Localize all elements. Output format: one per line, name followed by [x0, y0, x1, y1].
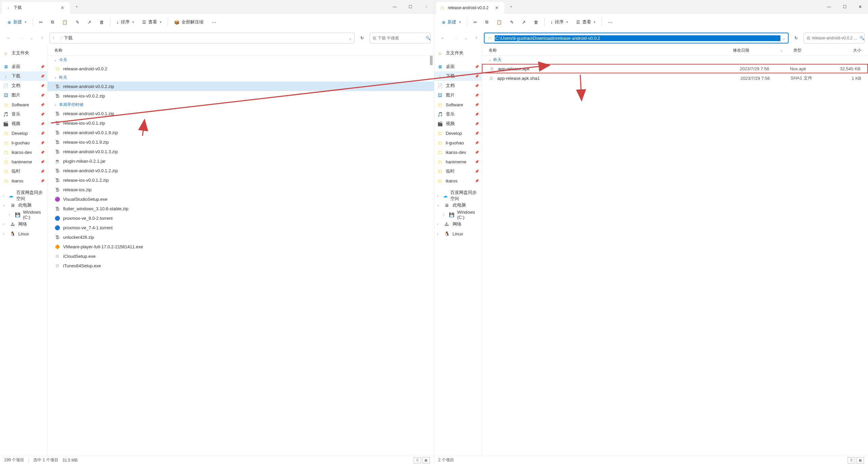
search-box[interactable]: 🔍 [370, 33, 431, 43]
forward-button[interactable]: → [451, 33, 461, 43]
breadcrumb[interactable]: 下载 [64, 35, 347, 41]
file-row[interactable]: ⚙ iCloudSetup.exe [48, 251, 434, 261]
sidebar-item[interactable]: 🗀 hanimeme 📌 [0, 157, 47, 166]
chevron-icon[interactable]: › [3, 232, 7, 235]
sidebar-section[interactable]: › 💾 Windows (C:) [0, 210, 47, 219]
cut-button[interactable]: ✂ [36, 16, 46, 28]
sidebar-item[interactable]: 🗀 ikaros-dev 📌 [434, 147, 482, 157]
delete-button[interactable]: 🗑 [530, 16, 542, 28]
copy-button[interactable]: ⧉ [48, 16, 57, 28]
file-row[interactable]: 🗜 release-ios-v0.0.1.zip [48, 118, 434, 128]
group-header[interactable]: ⌄ 本周早些时候 [48, 101, 434, 109]
sidebar-section[interactable]: › ☁ 百度网盘同步空间 [0, 191, 47, 200]
file-row[interactable]: ☕ plugin-mikan-0.2.1.jar [48, 156, 434, 166]
sidebar-item[interactable]: 🖥 桌面 📌 [0, 62, 47, 71]
search-input[interactable] [807, 36, 857, 40]
share-button[interactable]: ↗ [518, 16, 529, 28]
sort-indicator[interactable]: ⌄ [780, 49, 793, 52]
file-row[interactable]: 🗎 app-release.apk2023/7/29 7:56 Nox.apk … [482, 64, 868, 73]
new-button[interactable]: ⊕ 新建 ▾ [4, 16, 30, 28]
file-row[interactable]: 🗜 release-android-v0.0.1.2.zip [48, 166, 434, 175]
sidebar-item[interactable]: 📄 文档 📌 [0, 81, 47, 90]
file-row[interactable]: 🔵 proxmox-ve_8.0-2.torrent [48, 213, 434, 223]
paste-button[interactable]: 📋 [59, 16, 71, 28]
sidebar-item[interactable]: 🗀 临时 📌 [434, 166, 482, 176]
new-button[interactable]: ⊕ 新建 ▾ [438, 16, 464, 28]
chevron-icon[interactable]: ⌄ [437, 203, 441, 207]
copy-button[interactable]: ⧉ [482, 16, 492, 28]
chevron-icon[interactable]: › [3, 222, 7, 226]
back-button[interactable]: ← [438, 33, 449, 43]
file-row[interactable]: 🔵 proxmox-ve_7.4-1.torrent [48, 223, 434, 232]
file-row[interactable]: 🗜 flutter_windows_3.10.6-stable.zip [48, 204, 434, 213]
chevron-icon[interactable]: › [443, 213, 447, 216]
sidebar-item[interactable]: 🎬 视频 📌 [0, 119, 47, 128]
rename-button[interactable]: ✎ [507, 16, 517, 28]
sidebar-home[interactable]: ⌂ 主文件夹 [0, 48, 47, 58]
cut-button[interactable]: ✂ [470, 16, 480, 28]
search-icon[interactable]: 🔍 [426, 36, 431, 40]
maximize-button[interactable]: ☐ [403, 0, 418, 14]
chevron-down-icon[interactable]: ⌄ [782, 36, 785, 40]
sidebar-section[interactable]: › 🖧 网络 [434, 219, 482, 229]
file-row[interactable]: 🗜 release-android-v0.0.1.9.zip [48, 128, 434, 137]
close-icon[interactable]: ✕ [60, 5, 65, 11]
column-date[interactable]: 修改日期 [733, 48, 780, 53]
chevron-icon[interactable]: › [437, 194, 440, 197]
sidebar-home[interactable]: ⌂ 主文件夹 [434, 48, 482, 58]
close-window-button[interactable]: ✕ [852, 0, 868, 14]
refresh-button[interactable]: ↻ [791, 33, 801, 43]
details-view-button[interactable]: ☰ [414, 457, 421, 463]
sidebar-item[interactable]: 📄 文档 📌 [434, 81, 482, 90]
sidebar-item[interactable]: 🗀 Develop 📌 [434, 128, 482, 138]
tab[interactable]: 🗀 release-android-v0.0.2 ✕ [436, 2, 504, 14]
minimize-button[interactable]: — [821, 0, 837, 14]
column-name[interactable]: 名称 [54, 48, 427, 53]
sidebar-item[interactable]: 🖼 图片 📌 [434, 90, 482, 100]
chevron-icon[interactable]: ⌄ [3, 203, 7, 207]
sidebar-section[interactable]: › 🐧 Linux [0, 229, 47, 238]
new-tab-button[interactable]: ＋ [71, 1, 82, 12]
more-button[interactable]: ⋯ [605, 16, 616, 28]
chevron-icon[interactable]: › [437, 222, 441, 226]
file-row[interactable]: 🗜 release-android-v0.0.2.zip [48, 82, 434, 91]
refresh-button[interactable]: ↻ [357, 33, 367, 43]
view-button[interactable]: ☰ 查看 ▾ [573, 16, 599, 28]
chevron-icon[interactable]: › [3, 194, 6, 197]
file-list[interactable]: ⌄ 今天 🗀 release-android-v0.0.2 ⌄ 昨天 🗜 rel… [48, 56, 434, 456]
forward-button[interactable]: → [16, 33, 27, 43]
history-dropdown[interactable]: ⌄ [29, 33, 35, 43]
column-name[interactable]: 名称 [489, 48, 733, 53]
column-type[interactable]: 类型 [793, 48, 834, 53]
sidebar-item[interactable]: 🗀 hanimeme 📌 [434, 157, 482, 166]
sidebar-item[interactable]: 🗀 ikaros-dev 📌 [0, 147, 47, 157]
sort-button[interactable]: ↕ 排序 ▾ [547, 16, 572, 28]
sidebar-item[interactable]: 🗀 li-guohao 📌 [0, 138, 47, 147]
sidebar-section[interactable]: › 💾 Windows (C:) [434, 210, 482, 219]
file-list[interactable]: ⌄ 昨天 🗎 app-release.apk2023/7/29 7:56 Nox… [482, 56, 868, 456]
file-row[interactable]: 🗜 release-ios-v0.0.2.zip [48, 91, 434, 101]
close-window-button[interactable]: ✕ [418, 0, 434, 14]
scrollbar[interactable] [429, 56, 433, 260]
close-icon[interactable]: ✕ [494, 5, 499, 11]
search-box[interactable]: 🔍 [804, 33, 865, 43]
file-row[interactable]: ⚙ iTunes64Setup.exe [48, 261, 434, 270]
file-row[interactable]: 🗜 unlocker426.zip [48, 232, 434, 242]
sidebar-item[interactable]: ↓ 下载 📌 [0, 71, 47, 81]
sidebar-section[interactable]: › 🐧 Linux [434, 229, 482, 238]
group-header[interactable]: ⌄ 昨天 [48, 73, 434, 82]
paste-button[interactable]: 📋 [493, 16, 505, 28]
chevron-icon[interactable]: › [437, 232, 441, 235]
up-button[interactable]: ↑ [37, 33, 48, 43]
delete-button[interactable]: 🗑 [96, 16, 107, 28]
address-bar[interactable]: ↓ › 下载 ⌄ [50, 33, 355, 43]
share-button[interactable]: ↗ [84, 16, 95, 28]
file-row[interactable]: 🗜 release-android-v0.0.1.3.zip [48, 147, 434, 156]
file-row[interactable]: 🟣 VisualStudioSetup.exe [48, 194, 434, 204]
file-row[interactable]: 🗜 release-ios.zip [48, 185, 434, 194]
columns-header[interactable]: 名称 [48, 46, 434, 56]
search-input[interactable] [373, 36, 423, 40]
scrollbar-thumb[interactable] [430, 56, 433, 65]
column-size[interactable]: 大小 [834, 48, 861, 53]
sidebar-item[interactable]: 🎵 音乐 📌 [0, 109, 47, 119]
